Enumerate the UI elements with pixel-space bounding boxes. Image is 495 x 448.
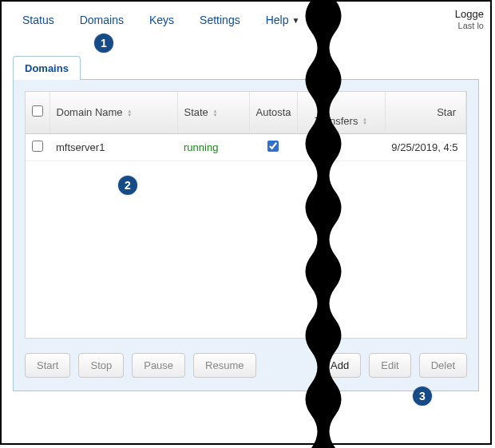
th-state[interactable]: State ▲▼ [177,92,249,133]
nav-keys[interactable]: Keys [137,10,187,30]
edit-button[interactable]: Edit [369,353,410,378]
th-autostart-label: Autosta [256,106,291,118]
autostart-checkbox[interactable] [267,141,279,152]
nav-help[interactable]: Help ▼ [253,10,313,30]
callout-3: 3 [413,387,432,406]
th-state-label: State [184,106,208,118]
th-autostart[interactable]: Autosta [249,92,297,133]
th-domain-name-label: Domain Name [57,106,123,118]
nav-settings[interactable]: Settings [187,10,253,30]
stop-button[interactable]: Stop [78,353,124,378]
delete-button[interactable]: Delet [419,353,467,378]
th-select-all [26,92,50,133]
cell-domain-name: mftserver1 [50,133,177,161]
nav-help-label: Help [266,14,289,26]
top-nav: Status Domains Keys Settings Help ▼ Logg… [2,2,490,40]
table-row[interactable]: mftserver1 running 9/25/2019, 4:5 [26,133,466,161]
pause-button[interactable]: Pause [132,353,185,378]
login-info: Logge Last lo [455,8,484,31]
row-checkbox[interactable] [32,141,43,152]
add-button[interactable]: Add [319,353,361,378]
domains-table: Domain Name ▲▼ State ▲▼ Autosta [25,91,467,339]
start-button[interactable]: Start [25,353,70,378]
action-bar: Start Stop Pause Resume Add Edit Delet [25,353,467,378]
sort-icon: ▲▼ [127,109,132,117]
sort-icon: ▲▼ [212,109,217,117]
sort-icon: ▲▼ [362,117,367,125]
cell-transfers [297,133,385,161]
th-transfers[interactable]: Transfers ▲▼ [297,92,385,133]
tab-domains[interactable]: Domains [13,56,81,80]
th-started-label: Star [437,106,456,118]
th-domain-name[interactable]: Domain Name ▲▼ [50,92,177,133]
login-line1: Logge [455,8,484,21]
nav-domains[interactable]: Domains [67,10,137,30]
callout-1: 1 [94,34,113,53]
select-all-checkbox[interactable] [32,105,43,117]
callout-2: 2 [118,176,137,195]
login-line2: Last lo [455,21,484,31]
nav-status[interactable]: Status [10,10,67,30]
th-transfers-label: Transfers [315,115,358,127]
domains-pane: Domain Name ▲▼ State ▲▼ Autosta [13,80,479,391]
cell-state: running [177,133,249,161]
resume-button[interactable]: Resume [193,353,255,378]
th-started[interactable]: Star [385,92,466,133]
cell-started: 9/25/2019, 4:5 [385,133,466,161]
caret-down-icon: ▼ [291,16,299,25]
